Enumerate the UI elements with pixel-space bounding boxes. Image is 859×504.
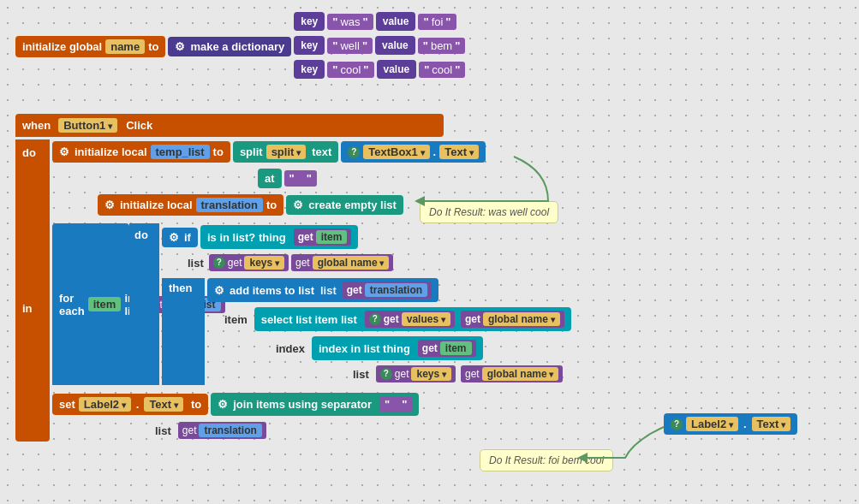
- click-label: Click: [126, 119, 152, 132]
- get-global-name-chip[interactable]: get global name: [291, 254, 393, 271]
- gear-icon-1: [59, 145, 71, 158]
- key-text-3: cool: [340, 63, 361, 76]
- set-block[interactable]: set Label2 . Text to: [52, 394, 208, 415]
- question-icon-2: ?: [213, 257, 225, 269]
- global-name-label[interactable]: global name: [313, 256, 390, 270]
- get-item-2[interactable]: get item: [418, 340, 476, 357]
- dot-1: .: [433, 145, 437, 158]
- translation-chip-3[interactable]: translation: [199, 424, 261, 437]
- get-global-name-2[interactable]: get global name: [461, 311, 564, 328]
- list-keys-row: list ? get keys get global name: [188, 254, 571, 271]
- dot-set: .: [136, 398, 140, 411]
- dot-chip: .: [743, 418, 747, 430]
- join-label: join items using separator: [233, 398, 372, 411]
- result-bubble-1: Do It Result: was well cool: [420, 201, 558, 223]
- is-in-list-block[interactable]: is in list? thing get item: [200, 225, 358, 249]
- select-list-row: item select list item list ? get values: [224, 307, 571, 331]
- item-label-for[interactable]: item: [88, 297, 122, 311]
- text-chip-display[interactable]: Text: [752, 417, 791, 431]
- get-keys-2[interactable]: ? get keys: [376, 365, 456, 382]
- value-text-1: foi: [432, 15, 444, 28]
- list-label-3: list: [353, 368, 369, 381]
- question-icon-4: ?: [380, 368, 392, 380]
- init-local-2-block[interactable]: initialize local translation to: [98, 194, 283, 216]
- add-items-block[interactable]: add items to list list get translation: [207, 278, 438, 302]
- text-label-2[interactable]: Text: [439, 145, 479, 159]
- label2-get-chip[interactable]: ? Label2 . Text: [664, 413, 797, 435]
- space-string: " ": [284, 170, 317, 187]
- value-val-1: " foi ": [418, 14, 456, 30]
- key-val-3: " cool ": [327, 62, 373, 78]
- get-gn-label: get: [295, 257, 310, 269]
- split-block[interactable]: split split text: [233, 141, 338, 163]
- keys2-label[interactable]: keys: [411, 367, 450, 381]
- get-values-chip[interactable]: ? get values: [365, 311, 455, 328]
- do-for-label: do: [134, 228, 148, 241]
- question-icon-3: ?: [369, 313, 381, 325]
- value-val-2: " bem ": [418, 38, 466, 54]
- result-bubble-2: Do It Result: foi bem cool: [480, 449, 613, 471]
- split-dropdown[interactable]: split: [266, 145, 307, 159]
- gear-icon-4: [169, 231, 181, 244]
- textbox1-label[interactable]: TextBox1: [363, 145, 429, 159]
- init-global-block[interactable]: initialize global name to: [15, 36, 165, 57]
- select-list-label: select list item list: [261, 313, 357, 326]
- translation-chip[interactable]: translation: [196, 198, 263, 212]
- when-label: when: [22, 119, 51, 132]
- set-label2-row: set Label2 . Text to join items using se…: [52, 393, 571, 416]
- list-label: list: [188, 257, 204, 270]
- get-keys-chip[interactable]: ? get keys: [209, 254, 289, 271]
- key-val-1: " was ": [327, 14, 373, 30]
- name-label[interactable]: name: [105, 39, 145, 54]
- select-list-block[interactable]: select list item list ? get values get: [254, 307, 571, 331]
- label2-chip-display[interactable]: Label2: [686, 417, 738, 431]
- list-label-4: list: [155, 424, 171, 437]
- item-chip[interactable]: item: [316, 230, 348, 244]
- question-icon-1: ?: [348, 146, 360, 158]
- if-row: if is in list? thing get item: [162, 225, 571, 249]
- button1-label[interactable]: Button1: [58, 118, 117, 133]
- create-empty-list-block[interactable]: create empty list: [286, 195, 403, 215]
- if-block[interactable]: if: [162, 228, 198, 247]
- get-translation[interactable]: get translation: [343, 282, 432, 299]
- join-block[interactable]: join items using separator " ": [211, 393, 419, 416]
- key-val-2: " well ": [327, 38, 373, 54]
- to-label: to: [148, 40, 158, 53]
- item-2-chip[interactable]: item: [440, 341, 472, 355]
- gear-icon-5: [214, 284, 226, 297]
- init-global-label: initialize global: [22, 40, 102, 53]
- then-container: then add items to list list: [162, 278, 571, 385]
- translation-chip-2[interactable]: translation: [365, 283, 427, 297]
- split-label: split: [240, 145, 263, 158]
- get-global-name-3[interactable]: get global name: [461, 365, 563, 382]
- value-val-3: " cool ": [419, 62, 465, 78]
- index-in-list-block[interactable]: index in list thing get item: [312, 336, 483, 360]
- get-gn3-label: get: [465, 368, 480, 380]
- to-label-set: to: [191, 398, 201, 411]
- at-space-row: at " ": [258, 169, 571, 188]
- text-chip-set[interactable]: Text: [144, 397, 183, 412]
- init-local-1-block[interactable]: initialize local temp_list to: [52, 141, 230, 163]
- temp-list-chip[interactable]: temp_list: [151, 145, 210, 159]
- get-translation-2[interactable]: get translation: [178, 422, 266, 439]
- textbox1-block[interactable]: ? TextBox1 . Text: [341, 141, 486, 163]
- keys-label[interactable]: keys: [244, 256, 283, 270]
- get-keys-label: get: [228, 257, 242, 269]
- values-label[interactable]: values: [402, 312, 450, 326]
- item-label-2: item: [224, 313, 248, 326]
- value-block-2: value: [375, 36, 415, 55]
- make-dict-block[interactable]: make a dictionary: [168, 37, 291, 56]
- question-icon-5: ?: [671, 418, 683, 430]
- global-name-2-label[interactable]: global name: [483, 312, 560, 326]
- get-keys2-label: get: [395, 368, 409, 380]
- create-empty-list-label: create empty list: [308, 199, 397, 211]
- init-local-temp-list-row: initialize local temp_list to split spli…: [52, 141, 571, 163]
- init-local-2-label: initialize local: [120, 199, 193, 211]
- value-label-1: value: [383, 15, 409, 27]
- global-name-3-label[interactable]: global name: [482, 367, 559, 381]
- label2-chip-set[interactable]: Label2: [79, 397, 131, 412]
- for-each-container: for each item in list get temp_list do: [52, 223, 571, 385]
- when-block-header[interactable]: when Button1 Click: [15, 114, 444, 137]
- get-item-chip[interactable]: get item: [294, 228, 352, 246]
- value-text-3: cool: [432, 63, 452, 76]
